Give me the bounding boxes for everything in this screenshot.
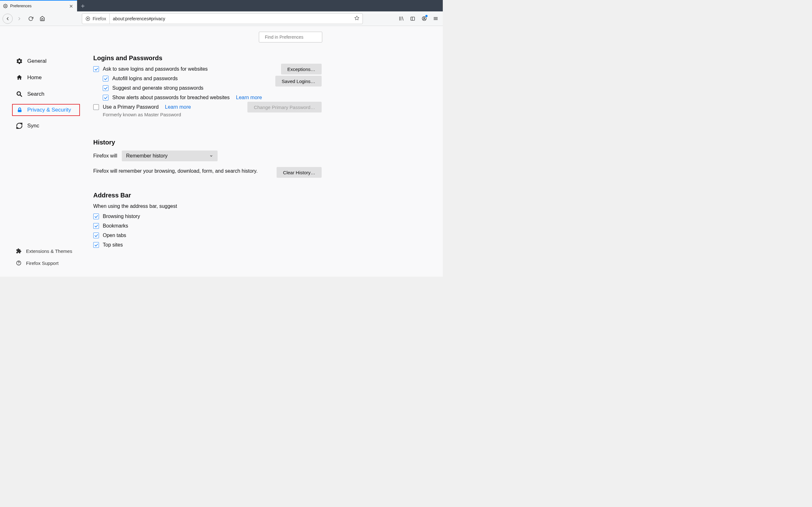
primary-password-note: Formerly known as Master Password (93, 112, 322, 117)
svg-marker-3 (355, 16, 359, 20)
browser-tab[interactable]: Preferences ✕ (0, 0, 77, 11)
sidebar-item-label: Privacy & Security (27, 107, 71, 113)
label-autofill: Autofill logins and passwords (112, 76, 177, 81)
search-icon (16, 91, 23, 98)
home-button[interactable] (38, 14, 47, 23)
exceptions-button[interactable]: Exceptions… (281, 64, 322, 74)
bookmark-star-icon[interactable] (351, 15, 362, 22)
section-heading-logins: Logins and Passwords (93, 55, 322, 62)
section-heading-history: History (93, 139, 322, 146)
saved-logins-button[interactable]: Saved Logins… (275, 76, 322, 87)
sidebar-item-extensions[interactable]: Extensions & Themes (0, 245, 92, 257)
label-suggest-opentabs: Open tabs (103, 233, 126, 238)
forward-button (14, 14, 24, 23)
account-button[interactable] (419, 14, 429, 23)
back-button[interactable] (3, 14, 13, 24)
find-in-preferences[interactable] (259, 32, 322, 43)
addressbar-intro: When using the address bar, suggest (93, 204, 177, 209)
checkbox-autofill[interactable] (103, 76, 108, 81)
gear-icon (3, 4, 8, 8)
learn-more-alerts[interactable]: Learn more (236, 95, 262, 101)
svg-point-0 (5, 5, 6, 7)
sidebar-item-label: Extensions & Themes (26, 248, 72, 254)
lock-icon (16, 107, 23, 113)
svg-rect-7 (411, 17, 415, 20)
puzzle-icon (16, 248, 21, 254)
label-suggest-bookmarks: Bookmarks (103, 223, 128, 229)
svg-point-18 (18, 264, 19, 265)
sidebar-item-support[interactable]: Firefox Support (0, 257, 92, 269)
label-suggest-history: Browsing history (103, 214, 140, 219)
checkbox-suggest-topsites[interactable] (93, 242, 99, 248)
home-icon (16, 74, 23, 81)
svg-line-6 (402, 17, 403, 20)
section-heading-addressbar: Address Bar (93, 192, 322, 199)
sidebar-item-label: Sync (27, 123, 39, 129)
question-icon (16, 260, 21, 266)
menu-button[interactable] (431, 14, 440, 23)
svg-rect-16 (18, 110, 21, 112)
svg-point-10 (423, 17, 425, 19)
url-bar[interactable]: Firefox (82, 13, 363, 24)
library-button[interactable] (397, 14, 406, 23)
learn-more-primary[interactable]: Learn more (165, 104, 191, 110)
sidebar-button[interactable] (408, 14, 417, 23)
close-tab-icon[interactable]: ✕ (68, 3, 74, 9)
checkbox-suggest-history[interactable] (93, 214, 99, 219)
clear-history-button[interactable]: Clear History… (276, 167, 322, 178)
identity-box[interactable]: Firefox (82, 14, 110, 24)
preferences-sidebar: General Home Search Privacy & Security S… (0, 26, 92, 277)
checkbox-suggest-opentabs[interactable] (93, 233, 99, 238)
new-tab-button[interactable]: ＋ (77, 0, 89, 11)
checkbox-ask-save[interactable] (93, 66, 99, 72)
sidebar-item-search[interactable]: Search (0, 88, 92, 101)
sidebar-item-home[interactable]: Home (0, 71, 92, 84)
label-ask-save: Ask to save logins and passwords for web… (103, 66, 208, 72)
sync-icon (16, 122, 23, 129)
svg-line-15 (20, 95, 21, 96)
sidebar-item-sync[interactable]: Sync (0, 119, 92, 132)
label-alerts: Show alerts about passwords for breached… (112, 95, 230, 101)
checkbox-breach-alerts[interactable] (103, 95, 108, 101)
checkbox-suggest-bookmarks[interactable] (93, 223, 99, 229)
sidebar-item-label: General (27, 58, 46, 64)
label-primary: Use a Primary Password (103, 104, 159, 110)
label-suggest-topsites: Top sites (103, 242, 123, 248)
change-primary-password-button: Change Primary Password… (247, 102, 322, 112)
svg-point-2 (87, 18, 89, 19)
sidebar-item-label: Search (27, 91, 44, 97)
checkbox-suggest-passwords[interactable] (103, 85, 108, 91)
reload-button[interactable] (26, 14, 36, 23)
label-suggest: Suggest and generate strong passwords (112, 85, 203, 91)
tab-title: Preferences (10, 4, 32, 8)
url-input[interactable] (110, 16, 351, 21)
checkbox-primary-password[interactable] (93, 104, 99, 110)
firefox-icon (85, 16, 90, 21)
history-mode-select[interactable]: Remember history (122, 151, 217, 161)
identity-label: Firefox (93, 16, 106, 21)
find-input[interactable] (265, 35, 320, 40)
sidebar-item-label: Home (27, 74, 42, 81)
gear-icon (16, 58, 23, 65)
chevron-down-icon (209, 154, 213, 158)
sidebar-item-general[interactable]: General (0, 55, 92, 68)
sidebar-item-privacy[interactable]: Privacy & Security (12, 104, 80, 116)
history-prefix: Firefox will (93, 153, 117, 159)
sidebar-item-label: Firefox Support (26, 261, 59, 266)
history-mode-value: Remember history (126, 153, 168, 159)
